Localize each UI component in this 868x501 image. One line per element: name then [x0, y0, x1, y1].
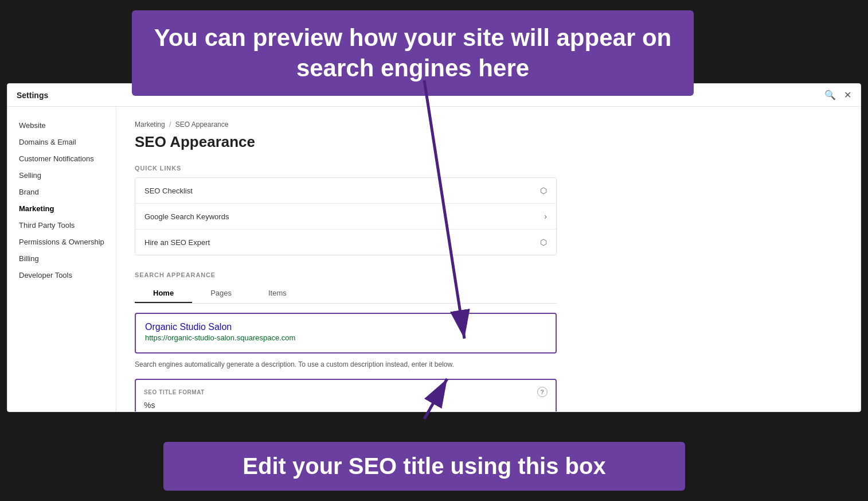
sidebar-item-domains-email[interactable]: Domains & Email — [7, 134, 116, 150]
header-icons: 🔍 ✕ — [824, 90, 851, 100]
sidebar-item-customer-notifications[interactable]: Customer Notifications — [7, 150, 116, 167]
tab-items[interactable]: Items — [250, 284, 305, 303]
settings-window: Settings 🔍 ✕ Website Domains & Email Cus… — [7, 83, 861, 412]
sidebar-item-marketing[interactable]: Marketing — [7, 200, 116, 217]
seo-title-format-value: %s — [144, 401, 548, 410]
external-link-icon-2: ⬡ — [540, 238, 547, 247]
bottom-banner-text: Edit your SEO title using this box — [181, 453, 668, 479]
sidebar-item-selling[interactable]: Selling — [7, 167, 116, 184]
seo-title-format-label: SEO TITLE FORMAT ? — [144, 387, 548, 397]
sidebar-item-brand[interactable]: Brand — [7, 184, 116, 200]
seo-content: Marketing / SEO Appearance SEO Appearanc… — [116, 107, 575, 411]
settings-body: Website Domains & Email Customer Notific… — [7, 107, 861, 411]
top-banner-text: You can preview how your site will appea… — [149, 23, 677, 83]
seo-title-format-box[interactable]: SEO TITLE FORMAT ? %s — [135, 379, 557, 411]
settings-title: Settings — [17, 91, 48, 100]
close-icon[interactable]: ✕ — [844, 90, 851, 100]
help-icon[interactable]: ? — [537, 387, 548, 397]
external-link-icon-1: ⬡ — [540, 186, 547, 195]
search-preview-box: Organic Studio Salon https://organic-stu… — [135, 313, 557, 354]
quick-link-seo-checklist[interactable]: SEO Checklist ⬡ — [135, 178, 556, 204]
quick-link-hire-seo[interactable]: Hire an SEO Expert ⬡ — [135, 230, 556, 255]
quick-link-seo-checklist-label: SEO Checklist — [144, 187, 193, 195]
search-appearance-label: SEARCH APPEARANCE — [135, 271, 557, 278]
sidebar-item-billing[interactable]: Billing — [7, 250, 116, 267]
page-heading: SEO Appearance — [135, 133, 557, 151]
search-preview-title: Organic Studio Salon — [145, 322, 546, 332]
breadcrumb-parent[interactable]: Marketing — [135, 121, 165, 129]
breadcrumb-separator: / — [169, 121, 171, 129]
top-annotation-banner: You can preview how your site will appea… — [132, 10, 694, 96]
quick-link-google-keywords-label: Google Search Keywords — [144, 212, 229, 221]
quick-links-label: QUICK LINKS — [135, 165, 557, 172]
quick-link-hire-seo-label: Hire an SEO Expert — [144, 238, 210, 247]
sidebar: Website Domains & Email Customer Notific… — [7, 107, 116, 411]
tab-pages[interactable]: Pages — [192, 284, 250, 303]
main-content: Marketing / SEO Appearance SEO Appearanc… — [116, 107, 861, 411]
sidebar-item-permissions-ownership[interactable]: Permissions & Ownership — [7, 234, 116, 250]
quick-links-list: SEO Checklist ⬡ Google Search Keywords ›… — [135, 177, 557, 255]
sidebar-item-third-party-tools[interactable]: Third Party Tools — [7, 217, 116, 234]
sidebar-item-website[interactable]: Website — [7, 117, 116, 134]
chevron-right-icon-1: › — [544, 212, 547, 221]
quick-link-google-keywords[interactable]: Google Search Keywords › — [135, 204, 556, 230]
tab-home[interactable]: Home — [135, 284, 192, 303]
breadcrumb: Marketing / SEO Appearance — [135, 121, 557, 129]
tabs-row: Home Pages Items — [135, 284, 557, 304]
search-icon[interactable]: 🔍 — [824, 90, 836, 100]
sidebar-item-developer-tools[interactable]: Developer Tools — [7, 267, 116, 283]
search-preview-url: https://organic-studio-salon.squarespace… — [145, 333, 546, 342]
bottom-annotation-banner: Edit your SEO title using this box — [163, 442, 685, 491]
breadcrumb-current: SEO Appearance — [175, 121, 229, 129]
search-description: Search engines automatically generate a … — [135, 359, 557, 370]
